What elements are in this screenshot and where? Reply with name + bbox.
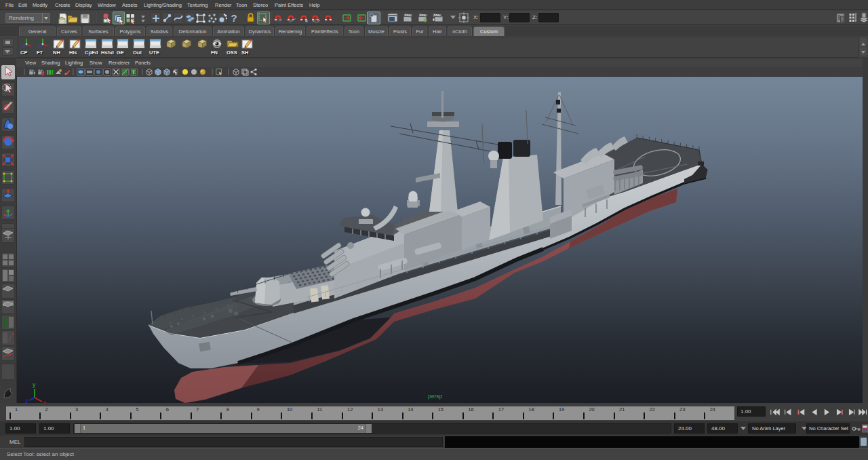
svg-text:T: T — [132, 69, 136, 75]
svg-text:y: y — [33, 381, 36, 388]
